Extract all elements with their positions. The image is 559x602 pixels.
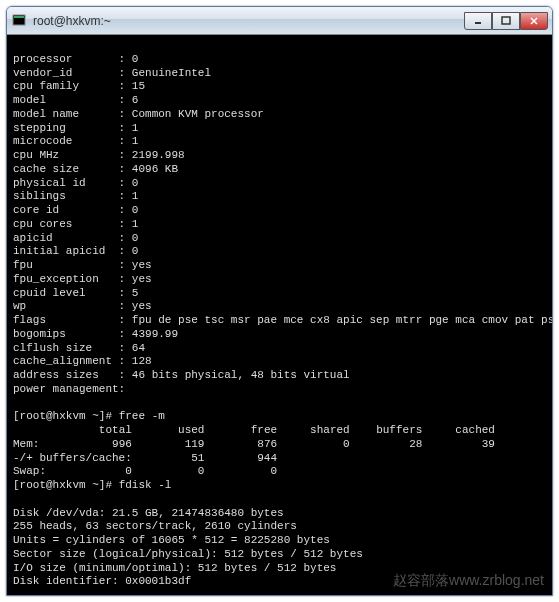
app-icon (11, 13, 27, 29)
cpu-cpuid-line: cpuid level : 5 (13, 287, 138, 299)
cpu-stepping-line: stepping : 1 (13, 122, 138, 134)
fdisk-line1: Disk /dev/vda: 21.5 GB, 21474836480 byte… (13, 507, 284, 519)
window-controls (464, 12, 548, 30)
fdisk-line6: Disk identifier: 0x0001b3df (13, 575, 191, 587)
cpu-initapicid-line: initial apicid : 0 (13, 245, 138, 257)
cpu-processor-line: processor : 0 (13, 53, 138, 65)
cpu-microcode-line: microcode : 1 (13, 135, 138, 147)
cpu-calign-line: cache_alignment : 128 (13, 355, 152, 367)
free-mem-row: Mem: 996 119 876 0 28 39 (13, 438, 495, 450)
free-bc-row: -/+ buffers/cache: 51 944 (13, 452, 277, 464)
cpu-fpu-line: fpu : yes (13, 259, 152, 271)
terminal-output: processor : 0 vendor_id : GenuineIntel c… (13, 53, 546, 595)
prompt-1: [root@hxkvm ~]# free -m (13, 410, 165, 422)
cpu-model-line: model : 6 (13, 94, 138, 106)
svg-rect-1 (14, 16, 24, 18)
free-swap-row: Swap: 0 0 0 (13, 465, 277, 477)
free-header: total used free shared buffers cached (13, 424, 495, 436)
cpu-coreid-line: core id : 0 (13, 204, 138, 216)
cpu-flags-line: flags : fpu de pse tsc msr pae mce cx8 a… (13, 314, 552, 326)
cpu-family-line: cpu family : 15 (13, 80, 145, 92)
minimize-button[interactable] (464, 12, 492, 30)
cpu-siblings-line: siblings : 1 (13, 190, 138, 202)
prompt-2: [root@hxkvm ~]# fdisk -l (13, 479, 171, 491)
close-button[interactable] (520, 12, 548, 30)
cpu-physid-line: physical id : 0 (13, 177, 138, 189)
titlebar[interactable]: root@hxkvm:~ (7, 7, 552, 35)
cpu-wp-line: wp : yes (13, 300, 152, 312)
maximize-button[interactable] (492, 12, 520, 30)
terminal[interactable]: processor : 0 vendor_id : GenuineIntel c… (7, 35, 552, 595)
cpu-apicid-line: apicid : 0 (13, 232, 138, 244)
cpu-bogomips-line: bogomips : 4399.99 (13, 328, 178, 340)
cpu-addr-line: address sizes : 46 bits physical, 48 bit… (13, 369, 350, 381)
cpu-vendor-line: vendor_id : GenuineIntel (13, 67, 211, 79)
fdisk-line5: I/O size (minimum/optimal): 512 bytes / … (13, 562, 336, 574)
cpu-pm-line: power management: (13, 383, 125, 395)
cpu-modelname-line: model name : Common KVM processor (13, 108, 264, 120)
svg-rect-3 (502, 17, 510, 24)
app-window: root@hxkvm:~ processor : 0 vendor_id : G… (6, 6, 553, 596)
cpu-cores-line: cpu cores : 1 (13, 218, 138, 230)
cpu-fpuexc-line: fpu_exception : yes (13, 273, 152, 285)
fdisk-line3: Units = cylinders of 16065 * 512 = 82252… (13, 534, 330, 546)
cpu-cache-line: cache size : 4096 KB (13, 163, 178, 175)
cpu-clflush-line: clflush size : 64 (13, 342, 145, 354)
fdisk-line4: Sector size (logical/physical): 512 byte… (13, 548, 363, 560)
fdisk-line2: 255 heads, 63 sectors/track, 2610 cylind… (13, 520, 297, 532)
cpu-mhz-line: cpu MHz : 2199.998 (13, 149, 185, 161)
window-title: root@hxkvm:~ (33, 14, 464, 28)
